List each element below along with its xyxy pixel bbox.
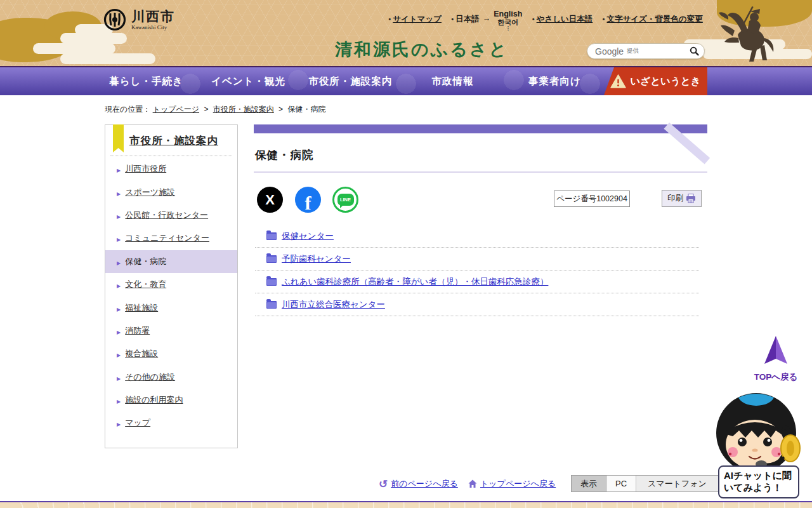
nav-item-cityinfo[interactable]: 市政情報 [402, 67, 504, 95]
breadcrumb-home-link[interactable]: トップページ [153, 105, 199, 114]
footer-strip [0, 501, 812, 508]
search-input[interactable]: Google 提供 [587, 43, 705, 59]
text-settings-link[interactable]: 文字サイズ・背景色の変更 [607, 15, 703, 23]
sidebar-item-sports[interactable]: スポーツ施設 [105, 180, 237, 203]
site-slogan: 清和源氏のふるさと [335, 38, 508, 61]
arrow-right-icon [117, 210, 125, 221]
bookmark-ribbon-icon [113, 124, 124, 152]
view-smartphone-button[interactable]: スマートフォン [636, 476, 718, 491]
breadcrumb-separator: > [204, 105, 208, 114]
arrow-right-icon [117, 302, 125, 314]
link-fureai-dental[interactable]: ふれあい歯科診療所（高齢者・障がい者（児）・休日歯科応急診療） [282, 276, 548, 288]
language-switcher: 日本語 → English 한국어 ⋮ [451, 14, 522, 30]
search-provided-label: 提供 [627, 47, 639, 55]
main-content: 保健・病院 X f LINE ページ番号1002904 印刷 保健センター [254, 124, 707, 316]
lang-options[interactable]: English 한국어 ⋮ [494, 10, 522, 30]
search-icon [690, 46, 699, 56]
nav-item-cityhall[interactable]: 市役所・施設案内 [299, 67, 402, 95]
nav-item-emergency[interactable]: いざというとき [604, 67, 707, 95]
list-item: 保健センター [255, 225, 699, 248]
cloud-decoration [60, 33, 127, 44]
folder-icon [266, 301, 277, 309]
arrow-right-icon [117, 256, 125, 267]
page-title: 保健・病院 [255, 147, 707, 163]
sidebar-divider [110, 156, 232, 156]
sidebar-item-city-hall[interactable]: 川西市役所 [105, 157, 237, 180]
text-settings-wrap: 文字サイズ・背景色の変更 [602, 14, 702, 25]
facebook-share-icon[interactable]: f [295, 187, 321, 213]
ai-chat-bubble[interactable]: AIチャットに聞いてみよう！ [718, 465, 799, 498]
utility-links: サイトマップ 日本語 → English 한국어 ⋮ やさしい日本語 文字サイズ… [388, 14, 703, 30]
logo-subtitle: Kawanishi City [131, 24, 175, 30]
city-emblem-icon [103, 8, 126, 31]
city-logo[interactable]: 川西市 Kawanishi City [103, 8, 175, 31]
page-footer-nav: ↺ 前のページへ戻る トップページへ戻る 表示 PC スマートフォン [0, 473, 812, 493]
arrow-right-icon [117, 163, 125, 175]
list-item: 予防歯科センター [255, 248, 699, 271]
sidebar-item-map[interactable]: マップ [105, 411, 237, 434]
link-preventive-dental[interactable]: 予防歯科センター [282, 253, 351, 265]
breadcrumb-label: 現在の位置： [105, 105, 150, 114]
share-toolbar: X f LINE ページ番号1002904 印刷 [254, 187, 707, 213]
easy-japanese-wrap: やさしい日本語 [532, 14, 593, 25]
arrow-right-icon [117, 187, 125, 198]
view-pc-button[interactable]: PC [606, 476, 636, 491]
page: 川西市 Kawanishi City サイトマップ 日本語 → English … [0, 0, 812, 508]
nav-emergency-label: いざというとき [630, 75, 700, 88]
sidebar-item-health-hospital[interactable]: 保健・病院 [105, 250, 237, 273]
arrow-right-icon [117, 232, 125, 244]
previous-page-link[interactable]: 前のページへ戻る [391, 478, 458, 490]
sidebar-item-fire-station[interactable]: 消防署 [105, 319, 237, 342]
sitemap-link[interactable]: サイトマップ [393, 15, 442, 23]
easy-japanese-link[interactable]: やさしい日本語 [537, 15, 593, 23]
breadcrumb-separator: > [278, 105, 283, 114]
arrow-right-icon [117, 417, 125, 429]
line-share-icon[interactable]: LINE [332, 187, 358, 213]
arrow-right-icon [117, 279, 125, 290]
sidebar-title-link[interactable]: 市役所・施設案内 [129, 134, 218, 148]
global-navigation: 暮らし・手続き イベント・観光 市役所・施設案内 市政情報 事業者向け いざとい… [0, 66, 812, 95]
nav-item-living[interactable]: 暮らし・手続き [95, 67, 197, 95]
cloud-decoration [33, 43, 115, 54]
sidebar-item-complex[interactable]: 複合施設 [105, 342, 237, 365]
link-medical-center[interactable]: 川西市立総合医療センター [282, 299, 385, 311]
nav-item-business[interactable]: 事業者向け [504, 67, 606, 95]
ai-chat-widget[interactable]: AIチャットに聞いてみよう！ [709, 390, 807, 503]
home-icon [468, 479, 477, 488]
site-header: 川西市 Kawanishi City サイトマップ 日本語 → English … [0, 0, 812, 66]
cloud-decoration [60, 53, 155, 64]
sitemap-link-wrap: サイトマップ [388, 14, 442, 25]
back-arrow-icon: ↺ [379, 479, 388, 490]
sidebar-item-welfare[interactable]: 福祉施設 [105, 296, 237, 319]
arrow-right-icon [117, 348, 125, 359]
breadcrumb-current: 保健・病院 [287, 105, 325, 114]
sidebar-item-community-hall[interactable]: 公民館・行政センター [105, 204, 237, 227]
sidebar-item-community-center[interactable]: コミュニティセンター [105, 227, 237, 250]
lang-current: 日本語 [451, 14, 480, 25]
warning-icon [610, 74, 626, 88]
search-button[interactable] [688, 45, 700, 58]
print-button[interactable]: 印刷 [662, 190, 702, 207]
lang-english[interactable]: English [494, 10, 522, 18]
samurai-statue-image [709, 0, 784, 66]
arrow-right-icon [117, 325, 125, 337]
title-divider [254, 171, 707, 173]
nav-item-events[interactable]: イベント・観光 [197, 67, 299, 95]
sidebar-menu: 市役所・施設案内 川西市役所 スポーツ施設 公民館・行政センター コミュニティセ… [105, 124, 238, 448]
list-item: 川西市立総合医療センター [255, 293, 699, 316]
breadcrumb-section-link[interactable]: 市役所・施設案内 [213, 105, 274, 114]
back-to-top-button[interactable]: TOPへ戻る [749, 335, 803, 383]
folder-icon [266, 255, 277, 263]
view-label: 表示 [572, 476, 606, 491]
top-page-link[interactable]: トップページへ戻る [480, 478, 556, 490]
lang-arrow-icon: → [483, 14, 491, 23]
sidebar-item-other[interactable]: その他の施設 [105, 366, 237, 389]
sidebar-item-culture-education[interactable]: 文化・教育 [105, 273, 237, 296]
title-accent-bar [254, 124, 707, 133]
folder-icon [266, 232, 277, 240]
sidebar-item-facility-guide[interactable]: 施設の利用案内 [105, 389, 237, 411]
printer-icon [686, 194, 696, 203]
link-health-center[interactable]: 保健センター [282, 231, 334, 242]
x-share-icon[interactable]: X [257, 187, 283, 213]
logo-title: 川西市 [131, 10, 175, 23]
